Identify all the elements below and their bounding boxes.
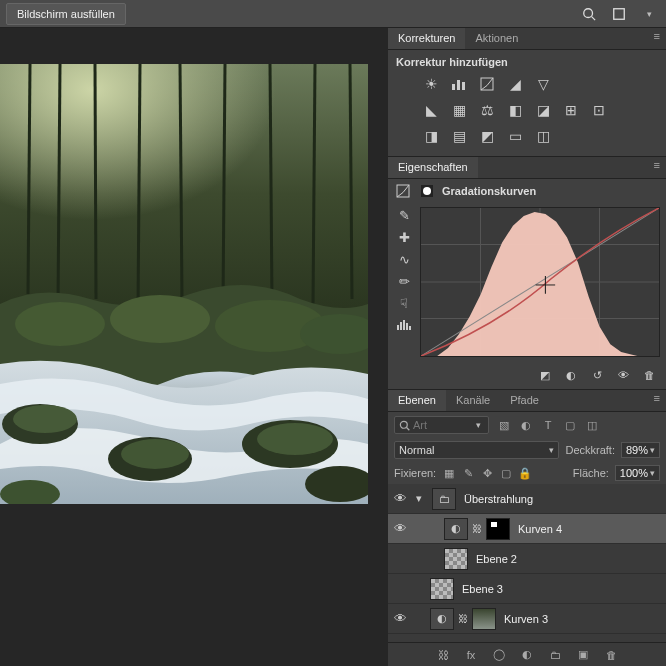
layer-name-label[interactable]: Kurven 3 <box>504 613 548 625</box>
levels-icon[interactable] <box>448 74 470 94</box>
panel-menu-icon[interactable]: ≡ <box>648 157 666 178</box>
selective-color-icon[interactable]: ◫ <box>532 126 554 146</box>
fill-label: Fläche: <box>573 467 609 479</box>
triangle-icon[interactable]: ▽ <box>532 74 554 94</box>
visibility-icon[interactable]: 👁 <box>388 491 412 506</box>
lookup-icon[interactable]: ⊡ <box>588 100 610 120</box>
clip-icon[interactable]: ◩ <box>536 367 554 383</box>
smooth-icon[interactable]: ∿ <box>395 251 413 267</box>
bw-icon[interactable]: ◧ <box>504 100 526 120</box>
workspace-chevron-icon[interactable]: ▾ <box>638 4 660 24</box>
svg-point-15 <box>110 295 210 343</box>
pencil-icon[interactable]: ✏ <box>395 273 413 289</box>
fx-icon[interactable]: fx <box>463 647 479 663</box>
layer-thumb <box>444 548 468 570</box>
visibility-icon[interactable]: 👁 <box>614 367 632 383</box>
layer-row[interactable]: 👁 ◐ ⛓ Kurven 4 <box>388 514 666 544</box>
frame-icon[interactable] <box>608 4 630 24</box>
hsl-icon[interactable]: ▦ <box>448 100 470 120</box>
mask-thumb[interactable] <box>486 518 510 540</box>
new-layer-icon[interactable]: ▣ <box>575 647 591 663</box>
channel-mixer-icon[interactable]: ⊞ <box>560 100 582 120</box>
svg-line-12 <box>313 64 315 306</box>
eyedropper-plus-icon[interactable]: ✚ <box>395 229 413 245</box>
properties-title: Gradationskurven <box>442 185 536 197</box>
trash-icon[interactable]: 🗑 <box>640 367 658 383</box>
svg-line-1 <box>592 16 596 20</box>
opacity-label: Deckkraft: <box>565 444 615 456</box>
properties-footer: ◩ ◐ ↺ 👁 🗑 <box>388 365 666 389</box>
adjustments-panel: Korrektur hinzufügen ☀ ◢ ▽ ◣ ▦ ⚖ ◧ ◪ ⊞ ⊡… <box>388 50 666 156</box>
auto-icon[interactable] <box>395 317 413 333</box>
svg-rect-34 <box>400 322 402 330</box>
toggle-last-state-icon[interactable]: ◐ <box>562 367 580 383</box>
link-icon[interactable]: ⛓ <box>435 647 451 663</box>
visibility-icon[interactable]: 👁 <box>388 521 412 536</box>
layers-filter-row: ▾ ▧ ◐ T ▢ ◫ <box>388 412 666 438</box>
smart-filter-icon[interactable]: ◫ <box>583 417 601 433</box>
lock-fill-row: Fixieren: ▦ ✎ ✥ ▢ 🔒 Fläche: 100%▾ <box>388 462 666 484</box>
trash-icon[interactable]: 🗑 <box>603 647 619 663</box>
photo-filter-icon[interactable]: ◪ <box>532 100 554 120</box>
document-canvas[interactable] <box>0 28 388 666</box>
layer-name-label[interactable]: Überstrahlung <box>464 493 533 505</box>
layer-name-label[interactable]: Ebene 3 <box>462 583 503 595</box>
threshold-icon[interactable]: ◩ <box>476 126 498 146</box>
lock-all-icon[interactable]: 🔒 <box>518 466 532 480</box>
new-adjustment-icon[interactable]: ◐ <box>519 647 535 663</box>
svg-rect-27 <box>457 80 460 90</box>
layer-row[interactable]: Ebene 3 <box>388 574 666 604</box>
gradient-map-icon[interactable]: ▭ <box>504 126 526 146</box>
blend-mode-select[interactable]: Normal▾ <box>394 441 559 459</box>
tab-properties[interactable]: Eigenschaften <box>388 157 478 178</box>
new-group-icon[interactable]: 🗀 <box>547 647 563 663</box>
layer-filter-input[interactable] <box>413 419 473 431</box>
mask-icon[interactable] <box>418 183 436 199</box>
posterize-icon[interactable]: ▤ <box>448 126 470 146</box>
visibility-icon[interactable]: 👁 <box>388 611 412 626</box>
layer-group[interactable]: 👁 ▾ 🗀 Überstrahlung <box>388 484 666 514</box>
search-icon[interactable] <box>578 4 600 24</box>
image-filter-icon[interactable]: ▧ <box>495 417 513 433</box>
reset-icon[interactable]: ↺ <box>588 367 606 383</box>
layers-tabbar: Ebenen Kanäle Pfade ≡ <box>388 390 666 412</box>
disclosure-icon[interactable]: ▾ <box>416 492 428 505</box>
mask-icon[interactable]: ◯ <box>491 647 507 663</box>
layer-row[interactable]: 👁 ◐ ⛓ Kurven 3 <box>388 604 666 634</box>
fill-input[interactable]: 100%▾ <box>615 465 660 481</box>
adjustment-thumb: ◐ <box>444 518 468 540</box>
vibrance-icon[interactable]: ◣ <box>420 100 442 120</box>
tab-channels[interactable]: Kanäle <box>446 390 500 411</box>
brightness-icon[interactable]: ☀ <box>420 74 442 94</box>
color-balance-icon[interactable]: ⚖ <box>476 100 498 120</box>
text-filter-icon[interactable]: T <box>539 417 557 433</box>
layer-type-select[interactable]: ▾ <box>394 416 489 434</box>
lock-move-icon[interactable]: ✥ <box>480 466 494 480</box>
lock-pixels-icon[interactable]: ▦ <box>442 466 456 480</box>
svg-point-14 <box>15 302 105 346</box>
hand-icon[interactable]: ☟ <box>395 295 413 311</box>
tab-corrections[interactable]: Korrekturen <box>388 28 465 49</box>
exposure-icon[interactable]: ◢ <box>504 74 526 94</box>
lock-label: Fixieren: <box>394 467 436 479</box>
svg-rect-35 <box>403 320 405 330</box>
tab-actions[interactable]: Aktionen <box>465 28 528 49</box>
lock-artboard-icon[interactable]: ▢ <box>499 466 513 480</box>
shape-filter-icon[interactable]: ▢ <box>561 417 579 433</box>
tab-layers[interactable]: Ebenen <box>388 390 446 411</box>
panel-menu-icon[interactable]: ≡ <box>648 28 666 49</box>
adjustment-filter-icon[interactable]: ◐ <box>517 417 535 433</box>
invert-icon[interactable]: ◨ <box>420 126 442 146</box>
fill-screen-button[interactable]: Bildschirm ausfüllen <box>6 3 126 25</box>
panel-menu-icon[interactable]: ≡ <box>648 390 666 411</box>
layer-name-label[interactable]: Kurven 4 <box>518 523 562 535</box>
mask-thumb[interactable] <box>472 608 496 630</box>
layer-row[interactable]: Ebene 2 <box>388 544 666 574</box>
tab-paths[interactable]: Pfade <box>500 390 549 411</box>
layer-name-label[interactable]: Ebene 2 <box>476 553 517 565</box>
curves-graph[interactable] <box>420 207 660 357</box>
opacity-input[interactable]: 89%▾ <box>621 442 660 458</box>
curves-icon[interactable] <box>476 74 498 94</box>
lock-brush-icon[interactable]: ✎ <box>461 466 475 480</box>
eyedropper-icon[interactable]: ✎ <box>395 207 413 223</box>
